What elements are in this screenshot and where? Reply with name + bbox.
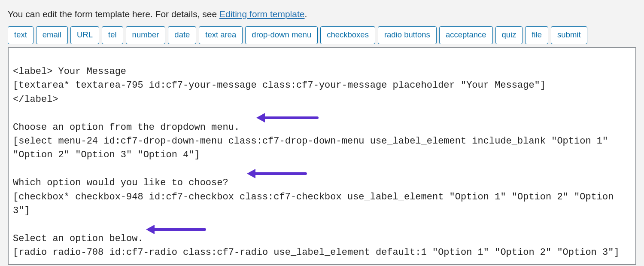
tag-button-bar: text email URL tel number date text area…: [8, 26, 638, 44]
intro-after: .: [304, 9, 307, 19]
tag-button-submit[interactable]: submit: [551, 26, 587, 44]
tag-button-file[interactable]: file: [525, 26, 548, 44]
form-template-textarea[interactable]: <label> Your Message [textarea* textarea…: [9, 48, 635, 264]
tag-button-email[interactable]: email: [36, 26, 68, 44]
tag-button-textarea[interactable]: text area: [199, 26, 243, 44]
tag-button-url[interactable]: URL: [70, 26, 99, 44]
tag-button-text[interactable]: text: [8, 26, 33, 44]
intro-before: You can edit the form template here. For…: [8, 9, 219, 19]
tag-button-tel[interactable]: tel: [102, 26, 123, 44]
form-template-editor: <label> Your Message [textarea* textarea…: [8, 47, 636, 265]
editor-scroll[interactable]: <label> Your Message [textarea* textarea…: [9, 48, 635, 264]
tag-button-quiz[interactable]: quiz: [495, 26, 523, 44]
intro-text: You can edit the form template here. For…: [8, 8, 638, 20]
tag-button-radio[interactable]: radio buttons: [378, 26, 437, 44]
tag-button-checkboxes[interactable]: checkboxes: [320, 26, 375, 44]
tag-button-date[interactable]: date: [168, 26, 196, 44]
intro-link[interactable]: Editing form template: [219, 9, 304, 19]
tag-button-dropdown[interactable]: drop-down menu: [245, 26, 318, 44]
tag-button-acceptance[interactable]: acceptance: [439, 26, 493, 44]
tag-button-number[interactable]: number: [126, 26, 166, 44]
